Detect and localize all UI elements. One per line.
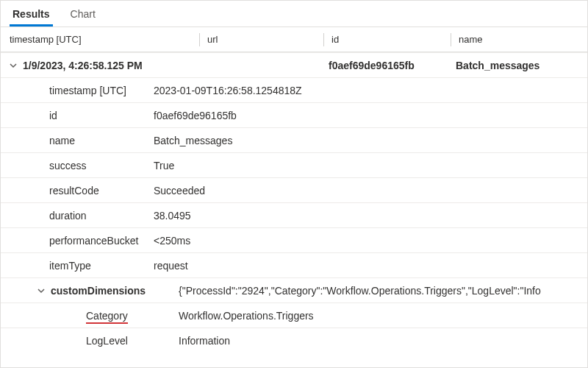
group-id: f0aef69de96165fb xyxy=(329,60,448,71)
detail-value: <250ms xyxy=(154,235,581,247)
chevron-down-icon[interactable] xyxy=(7,61,20,70)
detail-key-label: customDimensions xyxy=(51,285,146,297)
col-separator xyxy=(323,33,324,46)
detail-value: Information xyxy=(179,335,581,347)
detail-row-duration: duration 38.0495 xyxy=(1,202,587,227)
detail-row-timestamp: timestamp [UTC] 2023-01-09T16:26:58.1254… xyxy=(1,77,587,102)
detail-value: Succeeded xyxy=(154,185,581,197)
detail-key: success xyxy=(7,160,154,171)
detail-key: itemType xyxy=(7,260,154,272)
col-header-id[interactable]: id xyxy=(331,34,451,45)
detail-value: f0aef69de96165fb xyxy=(154,110,581,121)
detail-value: {"ProcessId":"2924","Category":"Workflow… xyxy=(154,285,581,297)
detail-value: Workflow.Operations.Triggers xyxy=(179,310,581,322)
detail-row-resultcode: resultCode Succeeded xyxy=(1,177,587,202)
detail-row-itemtype: itemType request xyxy=(1,252,587,277)
detail-value: 2023-01-09T16:26:58.1254818Z xyxy=(154,85,581,96)
detail-key: performanceBucket xyxy=(7,235,154,247)
tabs-bar: Results Chart xyxy=(1,1,587,27)
col-separator xyxy=(451,33,451,46)
detail-row-performancebucket: performanceBucket <250ms xyxy=(1,227,587,252)
detail-row-cd-category: Category Workflow.Operations.Triggers xyxy=(1,302,587,328)
detail-key: Category xyxy=(7,310,179,322)
detail-value: request xyxy=(154,260,581,272)
detail-row-id: id f0aef69de96165fb xyxy=(1,102,587,127)
detail-row-success: success True xyxy=(1,152,587,177)
detail-key: timestamp [UTC] xyxy=(7,85,154,96)
col-header-name[interactable]: name xyxy=(459,34,578,45)
category-label-highlighted: Category xyxy=(86,310,128,324)
col-header-url[interactable]: url xyxy=(207,34,323,45)
detail-value: True xyxy=(154,160,581,171)
detail-key: duration xyxy=(7,210,154,222)
col-header-timestamp[interactable]: timestamp [UTC] xyxy=(10,34,199,45)
group-name: Batch_messages xyxy=(456,60,581,71)
detail-row-customdimensions[interactable]: customDimensions {"ProcessId":"2924","Ca… xyxy=(1,277,587,302)
detail-value: 38.0495 xyxy=(154,210,581,222)
tab-results[interactable]: Results xyxy=(10,4,53,26)
detail-key: id xyxy=(7,110,154,121)
detail-rows: timestamp [UTC] 2023-01-09T16:26:58.1254… xyxy=(1,77,587,353)
tab-chart[interactable]: Chart xyxy=(68,4,98,26)
column-headers: timestamp [UTC] url id name xyxy=(1,27,587,52)
detail-key: LogLevel xyxy=(7,335,179,347)
detail-key: resultCode xyxy=(7,185,154,197)
group-timestamp: 1/9/2023, 4:26:58.125 PM xyxy=(23,60,143,71)
chevron-down-icon[interactable] xyxy=(35,286,48,295)
detail-row-cd-loglevel: LogLevel Information xyxy=(1,328,587,353)
detail-value: Batch_messages xyxy=(154,135,581,146)
detail-row-name: name Batch_messages xyxy=(1,127,587,152)
detail-key: name xyxy=(7,135,154,146)
col-separator xyxy=(199,33,200,46)
result-group-row[interactable]: 1/9/2023, 4:26:58.125 PM f0aef69de96165f… xyxy=(1,52,587,77)
